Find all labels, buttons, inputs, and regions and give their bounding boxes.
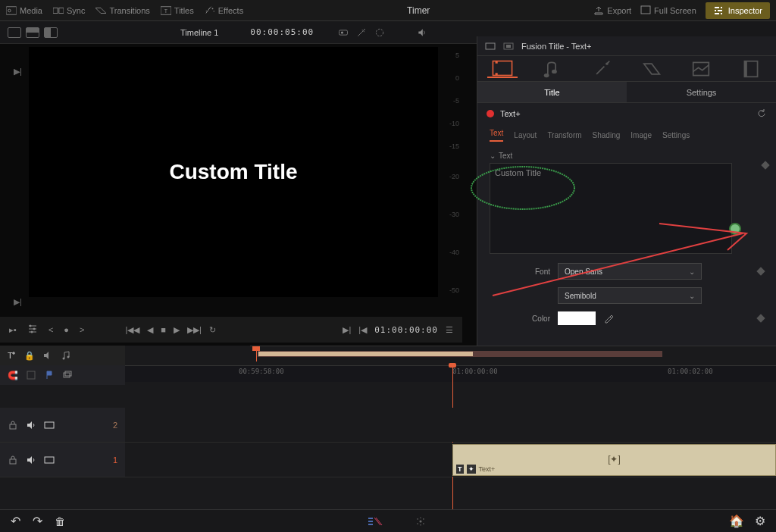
color-wheel-icon[interactable] xyxy=(374,27,385,38)
transport-sliders-icon[interactable] xyxy=(27,324,38,336)
view-mode-2[interactable] xyxy=(26,27,39,38)
view-mode-3[interactable] xyxy=(44,27,58,38)
color-swatch[interactable] xyxy=(558,311,596,325)
transition-tab-icon[interactable] xyxy=(637,60,667,78)
mute-icon[interactable] xyxy=(26,420,36,430)
viewer[interactable]: Custom Title xyxy=(29,47,438,297)
track-number: 1 xyxy=(113,455,117,465)
transport-timecode[interactable]: 01:00:00:00 xyxy=(374,325,438,335)
export-btn[interactable]: Export xyxy=(593,5,631,16)
jump-prev-icon[interactable]: |◀ xyxy=(358,325,367,335)
selection-tool-icon[interactable]: T xyxy=(6,350,17,361)
settings-icon[interactable]: ⚙ xyxy=(755,514,765,528)
inspector-header: Fusion Title - Text+ xyxy=(477,36,776,56)
text-section-label[interactable]: ⌄Text xyxy=(490,152,764,160)
subtab-transform[interactable]: Transform xyxy=(547,131,581,139)
node-header[interactable]: Text+ xyxy=(477,103,776,124)
color-keyframe[interactable] xyxy=(756,314,765,322)
bypass-icon[interactable] xyxy=(338,27,349,38)
redo-icon[interactable]: ↷ xyxy=(33,514,42,528)
reset-icon[interactable] xyxy=(756,108,767,119)
node-enable-dot[interactable] xyxy=(487,110,494,117)
prev-edit-icon[interactable]: < xyxy=(48,325,53,334)
skip-end-icon[interactable]: ▶| xyxy=(14,297,22,307)
svg-point-41 xyxy=(417,523,418,524)
first-frame-icon[interactable]: |◀◀ xyxy=(125,325,139,335)
subtab-text[interactable]: Text xyxy=(490,129,503,142)
lock-icon[interactable] xyxy=(8,455,18,465)
visible-icon[interactable] xyxy=(44,455,55,465)
transitions-tab[interactable]: Transitions xyxy=(95,5,149,16)
track-header-v2[interactable]: 2 xyxy=(0,408,125,442)
text-clip[interactable]: [✦] T ✦ Text+ xyxy=(452,444,776,476)
music-tool-icon[interactable] xyxy=(61,350,71,361)
inspector-panel: Fusion Title - Text+ Title Settings Text… xyxy=(477,36,776,346)
svg-point-24 xyxy=(605,62,608,64)
track-header-v1[interactable]: 1 xyxy=(0,443,125,477)
menu-icon[interactable]: ☰ xyxy=(446,325,453,335)
titles-tab[interactable]: TTitles xyxy=(161,5,194,16)
svg-rect-31 xyxy=(27,371,35,379)
timeline-tool-row-1: T 🔒 xyxy=(0,346,125,365)
inspector-btn[interactable]: Inspector xyxy=(706,2,770,19)
image-tab-icon[interactable] xyxy=(686,60,716,78)
layers-tool-icon[interactable] xyxy=(62,370,73,380)
mute-icon[interactable] xyxy=(26,455,36,465)
snap-icon[interactable]: 🧲 xyxy=(8,371,18,380)
view-mode-1[interactable] xyxy=(8,27,21,38)
undo-icon[interactable]: ↶ xyxy=(11,514,20,528)
visible-icon[interactable] xyxy=(44,420,55,430)
svg-rect-32 xyxy=(64,373,70,377)
next-frame-icon[interactable]: ▶▶| xyxy=(187,325,202,335)
color-picker-icon[interactable] xyxy=(603,313,614,324)
effects-tab[interactable]: Effects xyxy=(205,5,243,16)
transitions-icon xyxy=(95,5,106,16)
subtab-shading[interactable]: Shading xyxy=(593,131,621,139)
flag-tool-icon[interactable] xyxy=(44,370,55,380)
transport-play-range-icon[interactable]: ▸▪ xyxy=(9,325,17,335)
viewer-timecode[interactable]: 00:00:05:00 xyxy=(250,27,314,37)
trash-icon[interactable]: 🗑 xyxy=(55,515,65,527)
viewer-title-text: Custom Title xyxy=(169,160,297,184)
title-mode-tab[interactable]: Title xyxy=(477,82,627,102)
marker-tool-icon[interactable] xyxy=(26,370,36,380)
svg-rect-35 xyxy=(45,422,54,428)
bottom-bar: ↶ ↷ 🗑 🏠 ⚙ xyxy=(0,509,776,532)
video-tab-icon[interactable] xyxy=(487,60,518,78)
volume-tool-icon[interactable] xyxy=(42,350,53,361)
svg-rect-36 xyxy=(10,459,16,464)
subtab-settings[interactable]: Settings xyxy=(662,131,690,139)
wand-icon[interactable] xyxy=(356,27,367,38)
loop-icon[interactable]: ↻ xyxy=(209,325,216,335)
audio-icon[interactable] xyxy=(417,27,427,38)
media-tab[interactable]: Media xyxy=(6,5,42,16)
page-cut-icon[interactable] xyxy=(367,516,383,527)
record-icon[interactable]: ● xyxy=(64,325,69,334)
subtab-image[interactable]: Image xyxy=(630,131,652,139)
home-icon[interactable]: 🏠 xyxy=(729,514,744,528)
font-keyframe[interactable] xyxy=(756,267,765,275)
jump-next-icon[interactable]: ▶| xyxy=(343,325,351,335)
file-tab-icon[interactable] xyxy=(736,60,766,78)
page-edit-icon[interactable] xyxy=(414,516,427,527)
export-icon xyxy=(593,5,604,16)
subtab-layout[interactable]: Layout xyxy=(514,131,537,139)
svg-point-39 xyxy=(417,518,418,520)
font-select[interactable]: Open Sans xyxy=(558,263,702,280)
timeline-panel: T 🔒 🧲 00:59:58:00 01:00:00:00 01:00:02:0… xyxy=(0,346,776,509)
settings-mode-tab[interactable]: Settings xyxy=(627,82,776,102)
sync-tab[interactable]: Sync xyxy=(53,5,85,16)
prev-frame-icon[interactable]: ◀ xyxy=(147,325,153,335)
text-input[interactable] xyxy=(490,163,732,254)
text-keyframe[interactable] xyxy=(761,161,769,169)
lock-icon[interactable] xyxy=(8,420,18,430)
next-edit-icon[interactable]: > xyxy=(80,325,84,334)
skip-start-icon[interactable]: ▶| xyxy=(14,67,22,77)
svg-text:T: T xyxy=(8,351,13,360)
stop-icon[interactable]: ■ xyxy=(161,325,166,335)
play-icon[interactable]: ▶ xyxy=(174,325,180,335)
weight-select[interactable]: Semibold xyxy=(558,287,702,304)
audio-tab-icon[interactable] xyxy=(537,60,567,78)
fullscreen-btn[interactable]: Full Screen xyxy=(640,5,696,16)
effects-tab-icon[interactable] xyxy=(587,60,617,78)
